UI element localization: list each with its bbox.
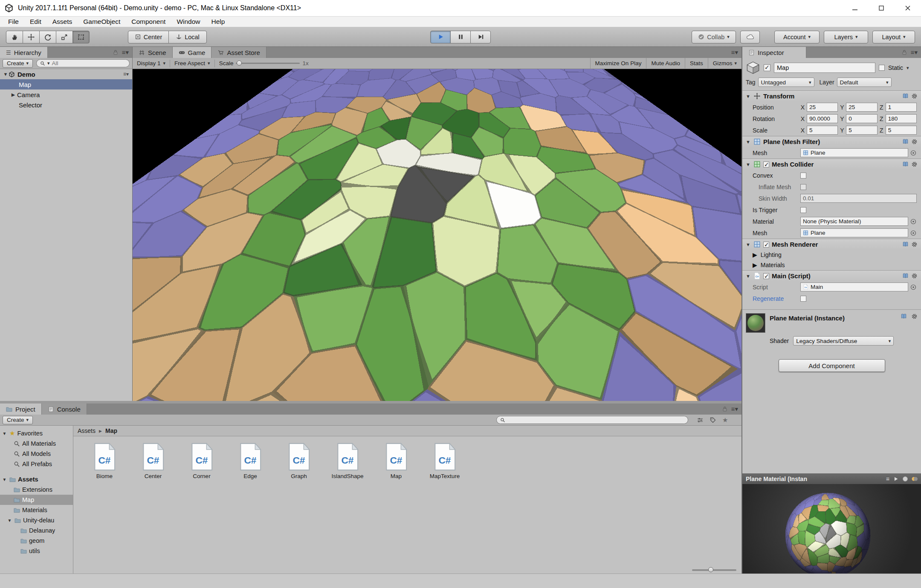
cloud-services-button[interactable] <box>740 31 760 43</box>
asset-file-corner[interactable]: Corner <box>177 442 226 479</box>
help-book-icon[interactable] <box>902 241 909 248</box>
asset-file-center[interactable]: Center <box>129 442 177 479</box>
foldout-open-icon[interactable]: ▼ <box>3 72 9 77</box>
folder-extensions[interactable]: Extensions <box>0 484 73 495</box>
breadcrumb-map[interactable]: Map <box>105 427 117 434</box>
inflate-mesh-checkbox[interactable] <box>800 184 806 190</box>
favorite-all-models[interactable]: All Models <box>0 449 73 459</box>
hand-tool-button[interactable] <box>6 31 23 43</box>
active-checkbox[interactable] <box>764 64 770 71</box>
help-book-icon[interactable] <box>902 138 909 145</box>
lock-icon[interactable] <box>113 49 119 55</box>
game-viewport[interactable] <box>133 69 742 401</box>
folder-materials[interactable]: Materials <box>0 505 73 515</box>
scale-z-field[interactable]: 5 <box>886 126 917 135</box>
label-tag-icon[interactable] <box>710 417 716 424</box>
minimize-button[interactable] <box>842 0 868 17</box>
folder-delaunay[interactable]: Delaunay <box>0 525 73 536</box>
close-button[interactable] <box>895 0 921 17</box>
menu-assets[interactable]: Assets <box>47 17 78 27</box>
hierarchy-item-camera[interactable]: ▶ Camera <box>0 89 132 100</box>
gameobject-name-field[interactable]: Map <box>774 63 875 73</box>
collider-mesh-field[interactable]: Plane <box>800 228 908 237</box>
asset-file-islandshape[interactable]: IslandShape <box>323 442 372 479</box>
hierarchy-item-map[interactable]: Map <box>0 79 132 89</box>
space-toggle-button[interactable]: Local <box>168 31 207 43</box>
scale-slider-thumb[interactable] <box>237 61 242 66</box>
static-checkbox[interactable] <box>879 65 885 71</box>
foldout-open-icon[interactable]: ▼ <box>2 431 7 436</box>
gear-icon[interactable] <box>911 241 918 248</box>
foldout-open-icon[interactable]: ▼ <box>746 94 751 99</box>
folder-unity-delaunay[interactable]: ▼ Unity-delau <box>0 515 73 525</box>
layout-dropdown[interactable]: Layout▾ <box>872 31 915 43</box>
panel-menu-icon[interactable]: ≡▾ <box>911 49 918 56</box>
tab-scene[interactable]: Scene <box>133 47 173 58</box>
tab-game[interactable]: Game <box>173 47 212 58</box>
tab-asset-store[interactable]: Asset Store <box>211 47 266 58</box>
menu-file[interactable]: File <box>3 17 24 27</box>
convex-checkbox[interactable] <box>800 173 806 179</box>
menu-component[interactable]: Component <box>126 17 171 27</box>
help-book-icon[interactable] <box>901 313 907 320</box>
rotation-z-field[interactable]: 180 <box>886 114 917 123</box>
menu-window[interactable]: Window <box>171 17 206 27</box>
step-button[interactable] <box>470 31 491 43</box>
menu-gameobject[interactable]: GameObject <box>78 17 126 27</box>
rect-tool-button[interactable] <box>72 31 90 43</box>
foldout-open-icon[interactable]: ▼ <box>746 242 751 247</box>
gear-icon[interactable] <box>911 138 918 145</box>
maximize-on-play-toggle[interactable]: Maximize On Play <box>590 58 646 69</box>
foldout-closed-icon[interactable]: ▶ <box>753 251 757 258</box>
folder-utils[interactable]: utils <box>0 546 73 556</box>
hierarchy-create-button[interactable]: Create ▾ <box>3 59 33 68</box>
physic-material-field[interactable]: None (Physic Material) <box>800 217 908 226</box>
component-enabled-checkbox[interactable] <box>763 273 769 279</box>
object-picker-icon[interactable] <box>910 230 917 236</box>
move-tool-button[interactable] <box>23 31 40 43</box>
lock-icon[interactable] <box>722 406 728 412</box>
tab-hierarchy[interactable]: ☰ Hierarchy <box>0 47 48 58</box>
rotation-y-field[interactable]: 0 <box>846 114 877 123</box>
material-sphere-preview[interactable] <box>742 484 921 585</box>
lighting-foldout[interactable]: ▶ Lighting <box>742 250 921 260</box>
asset-file-graph[interactable]: Graph <box>275 442 323 479</box>
panel-menu-icon[interactable]: ≡▾ <box>731 405 738 413</box>
breadcrumb-assets[interactable]: Assets <box>78 427 96 434</box>
component-enabled-checkbox[interactable] <box>763 161 769 167</box>
display-dropdown[interactable]: Display 1 ▾ <box>133 58 170 69</box>
tab-project[interactable]: Project <box>0 404 42 415</box>
search-filter-icon[interactable] <box>697 417 704 424</box>
favorites-root[interactable]: ▼ ★ Favorites <box>0 428 73 438</box>
favorites-star-icon[interactable]: ★ <box>722 416 728 424</box>
stats-toggle[interactable]: Stats <box>685 58 708 69</box>
assets-root[interactable]: ▼ Assets <box>0 474 73 484</box>
preview-body[interactable] <box>742 484 921 585</box>
is-trigger-checkbox[interactable] <box>800 207 806 213</box>
scene-row[interactable]: ▼ Demo ≡▾ <box>0 69 132 79</box>
mesh-object-field[interactable]: Plane <box>800 148 908 157</box>
foldout-open-icon[interactable]: ▼ <box>746 139 751 144</box>
account-dropdown[interactable]: Account▾ <box>774 31 820 43</box>
main-script-header[interactable]: ▼ Main (Script) <box>742 270 921 281</box>
material-thumbnail[interactable] <box>746 313 765 333</box>
object-picker-icon[interactable] <box>910 284 917 291</box>
voronoi-map-render[interactable] <box>133 69 742 401</box>
mesh-renderer-header[interactable]: ▼ Mesh Renderer <box>742 239 921 250</box>
add-component-button[interactable]: Add Component <box>779 359 885 372</box>
object-picker-icon[interactable] <box>910 150 917 156</box>
tag-dropdown[interactable]: Untagged ▾ <box>758 78 814 87</box>
pause-button[interactable] <box>450 31 471 43</box>
regenerate-checkbox[interactable] <box>800 296 806 302</box>
foldout-closed-icon[interactable]: ▶ <box>10 92 16 98</box>
tab-inspector[interactable]: Inspector <box>742 47 806 58</box>
foldout-closed-icon[interactable]: ▶ <box>753 262 757 268</box>
mesh-filter-header[interactable]: ▼ Plane (Mesh Filter) <box>742 136 921 147</box>
scale-slider[interactable] <box>236 63 300 64</box>
gear-icon[interactable] <box>911 161 918 167</box>
mesh-collider-header[interactable]: ▼ Mesh Collider <box>742 159 921 170</box>
preview-light-icon[interactable] <box>912 476 918 482</box>
scale-y-field[interactable]: 5 <box>846 126 877 135</box>
icon-size-slider-thumb[interactable] <box>708 567 713 572</box>
component-enabled-checkbox[interactable] <box>763 242 769 248</box>
